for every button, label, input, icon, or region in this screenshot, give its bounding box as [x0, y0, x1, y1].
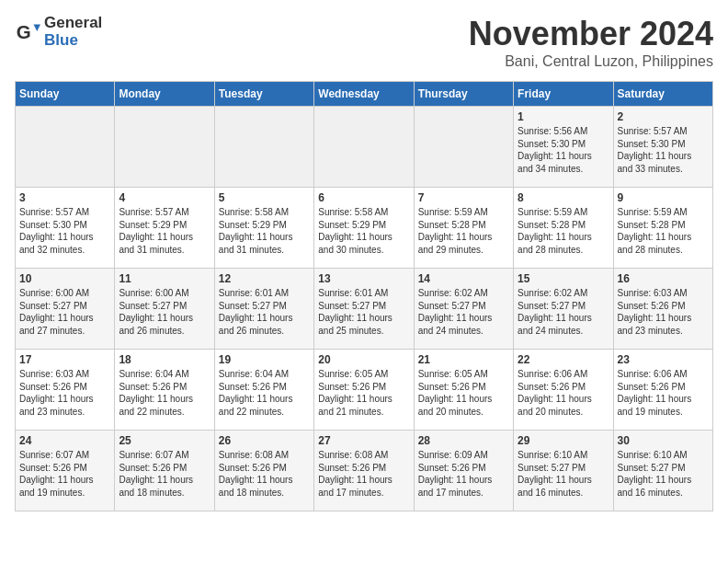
day-number: 17 [19, 353, 110, 366]
day-info: Sunrise: 6:03 AM Sunset: 5:26 PM Dayligh… [19, 368, 110, 418]
calendar-day-cell: 4Sunrise: 5:57 AM Sunset: 5:29 PM Daylig… [115, 188, 214, 269]
day-info: Sunrise: 5:58 AM Sunset: 5:29 PM Dayligh… [318, 206, 409, 256]
calendar-day-cell: 27Sunrise: 6:08 AM Sunset: 5:26 PM Dayli… [314, 431, 414, 511]
calendar-week-row: 1Sunrise: 5:56 AM Sunset: 5:30 PM Daylig… [16, 107, 713, 188]
calendar-day-cell: 15Sunrise: 6:02 AM Sunset: 5:27 PM Dayli… [514, 269, 613, 350]
day-info: Sunrise: 6:06 AM Sunset: 5:26 PM Dayligh… [518, 368, 609, 418]
day-number: 25 [119, 434, 210, 447]
calendar-day-cell: 20Sunrise: 6:05 AM Sunset: 5:26 PM Dayli… [314, 350, 414, 431]
day-info: Sunrise: 5:57 AM Sunset: 5:30 PM Dayligh… [19, 206, 110, 256]
day-info: Sunrise: 6:00 AM Sunset: 5:27 PM Dayligh… [119, 287, 210, 337]
day-number: 15 [518, 272, 609, 285]
calendar-day-cell: 16Sunrise: 6:03 AM Sunset: 5:26 PM Dayli… [613, 269, 712, 350]
day-info: Sunrise: 6:04 AM Sunset: 5:26 PM Dayligh… [219, 368, 310, 418]
day-info: Sunrise: 6:06 AM Sunset: 5:26 PM Dayligh… [618, 368, 709, 418]
day-info: Sunrise: 6:00 AM Sunset: 5:27 PM Dayligh… [19, 287, 110, 337]
calendar-day-cell: 23Sunrise: 6:06 AM Sunset: 5:26 PM Dayli… [613, 350, 712, 431]
day-number: 2 [618, 110, 709, 123]
title-block: November 2024 Bani, Central Luzon, Phili… [469, 15, 713, 70]
day-info: Sunrise: 5:57 AM Sunset: 5:29 PM Dayligh… [119, 206, 210, 256]
day-info: Sunrise: 6:07 AM Sunset: 5:26 PM Dayligh… [119, 449, 210, 499]
calendar-day-cell: 9Sunrise: 5:59 AM Sunset: 5:28 PM Daylig… [613, 188, 712, 269]
day-number: 1 [518, 110, 609, 123]
day-info: Sunrise: 6:08 AM Sunset: 5:26 PM Dayligh… [219, 449, 310, 499]
day-number: 16 [618, 272, 709, 285]
calendar-day-cell: 21Sunrise: 6:05 AM Sunset: 5:26 PM Dayli… [414, 350, 513, 431]
day-number: 21 [418, 353, 509, 366]
calendar-day-cell: 25Sunrise: 6:07 AM Sunset: 5:26 PM Dayli… [115, 431, 214, 511]
weekday-header-cell: Friday [514, 82, 613, 107]
calendar-day-cell: 12Sunrise: 6:01 AM Sunset: 5:27 PM Dayli… [214, 269, 313, 350]
day-info: Sunrise: 6:01 AM Sunset: 5:27 PM Dayligh… [318, 287, 409, 337]
day-number: 6 [318, 191, 409, 204]
day-info: Sunrise: 6:09 AM Sunset: 5:26 PM Dayligh… [418, 449, 509, 499]
day-number: 3 [19, 191, 110, 204]
calendar-day-cell: 26Sunrise: 6:08 AM Sunset: 5:26 PM Dayli… [214, 431, 313, 511]
day-number: 29 [518, 434, 609, 447]
calendar-day-cell: 13Sunrise: 6:01 AM Sunset: 5:27 PM Dayli… [314, 269, 414, 350]
day-number: 7 [418, 191, 509, 204]
logo-general: General [44, 15, 102, 32]
weekday-header-cell: Saturday [613, 82, 712, 107]
weekday-header-cell: Thursday [414, 82, 513, 107]
calendar-day-cell: 17Sunrise: 6:03 AM Sunset: 5:26 PM Dayli… [16, 350, 115, 431]
weekday-header-cell: Wednesday [314, 82, 414, 107]
calendar-day-cell: 28Sunrise: 6:09 AM Sunset: 5:26 PM Dayli… [414, 431, 513, 511]
calendar-week-row: 24Sunrise: 6:07 AM Sunset: 5:26 PM Dayli… [16, 431, 713, 511]
day-number: 23 [618, 353, 709, 366]
calendar-body: 1Sunrise: 5:56 AM Sunset: 5:30 PM Daylig… [16, 107, 713, 511]
day-number: 8 [518, 191, 609, 204]
calendar-day-cell: 30Sunrise: 6:10 AM Sunset: 5:27 PM Dayli… [613, 431, 712, 511]
day-number: 22 [518, 353, 609, 366]
day-info: Sunrise: 6:04 AM Sunset: 5:26 PM Dayligh… [119, 368, 210, 418]
weekday-header-cell: Sunday [16, 82, 115, 107]
calendar-day-cell: 6Sunrise: 5:58 AM Sunset: 5:29 PM Daylig… [314, 188, 414, 269]
calendar-day-cell [115, 107, 214, 188]
calendar-day-cell: 11Sunrise: 6:00 AM Sunset: 5:27 PM Dayli… [115, 269, 214, 350]
month-title: November 2024 [469, 15, 713, 53]
day-number: 24 [19, 434, 110, 447]
logo-icon: G [15, 19, 40, 45]
calendar-day-cell: 5Sunrise: 5:58 AM Sunset: 5:29 PM Daylig… [214, 188, 313, 269]
calendar-day-cell [214, 107, 313, 188]
calendar-day-cell: 14Sunrise: 6:02 AM Sunset: 5:27 PM Dayli… [414, 269, 513, 350]
calendar-day-cell: 2Sunrise: 5:57 AM Sunset: 5:30 PM Daylig… [613, 107, 712, 188]
logo-blue: Blue [44, 32, 102, 50]
day-number: 19 [219, 353, 310, 366]
day-info: Sunrise: 6:10 AM Sunset: 5:27 PM Dayligh… [618, 449, 709, 499]
day-number: 27 [318, 434, 409, 447]
calendar-day-cell: 10Sunrise: 6:00 AM Sunset: 5:27 PM Dayli… [16, 269, 115, 350]
day-info: Sunrise: 5:59 AM Sunset: 5:28 PM Dayligh… [518, 206, 609, 256]
calendar-day-cell: 7Sunrise: 5:59 AM Sunset: 5:28 PM Daylig… [414, 188, 513, 269]
day-number: 9 [618, 191, 709, 204]
day-number: 10 [19, 272, 110, 285]
day-info: Sunrise: 6:05 AM Sunset: 5:26 PM Dayligh… [418, 368, 509, 418]
calendar-day-cell: 29Sunrise: 6:10 AM Sunset: 5:27 PM Dayli… [514, 431, 613, 511]
day-info: Sunrise: 5:58 AM Sunset: 5:29 PM Dayligh… [219, 206, 310, 256]
day-info: Sunrise: 6:07 AM Sunset: 5:26 PM Dayligh… [19, 449, 110, 499]
day-number: 5 [219, 191, 310, 204]
day-number: 18 [119, 353, 210, 366]
day-number: 4 [119, 191, 210, 204]
day-number: 28 [418, 434, 509, 447]
calendar-day-cell: 18Sunrise: 6:04 AM Sunset: 5:26 PM Dayli… [115, 350, 214, 431]
svg-marker-1 [34, 24, 40, 30]
calendar-day-cell [414, 107, 513, 188]
day-info: Sunrise: 6:03 AM Sunset: 5:26 PM Dayligh… [618, 287, 709, 337]
weekday-header-cell: Tuesday [214, 82, 313, 107]
calendar-week-row: 10Sunrise: 6:00 AM Sunset: 5:27 PM Dayli… [16, 269, 713, 350]
calendar-table: SundayMondayTuesdayWednesdayThursdayFrid… [15, 81, 713, 511]
day-info: Sunrise: 5:59 AM Sunset: 5:28 PM Dayligh… [418, 206, 509, 256]
day-info: Sunrise: 6:02 AM Sunset: 5:27 PM Dayligh… [518, 287, 609, 337]
day-number: 13 [318, 272, 409, 285]
day-info: Sunrise: 5:59 AM Sunset: 5:28 PM Dayligh… [618, 206, 709, 256]
day-info: Sunrise: 6:01 AM Sunset: 5:27 PM Dayligh… [219, 287, 310, 337]
calendar-week-row: 17Sunrise: 6:03 AM Sunset: 5:26 PM Dayli… [16, 350, 713, 431]
calendar-day-cell: 22Sunrise: 6:06 AM Sunset: 5:26 PM Dayli… [514, 350, 613, 431]
svg-text:G: G [17, 20, 31, 41]
day-info: Sunrise: 6:05 AM Sunset: 5:26 PM Dayligh… [318, 368, 409, 418]
logo: G General Blue [15, 15, 102, 49]
weekday-header-row: SundayMondayTuesdayWednesdayThursdayFrid… [16, 82, 713, 107]
day-number: 20 [318, 353, 409, 366]
day-info: Sunrise: 6:08 AM Sunset: 5:26 PM Dayligh… [318, 449, 409, 499]
